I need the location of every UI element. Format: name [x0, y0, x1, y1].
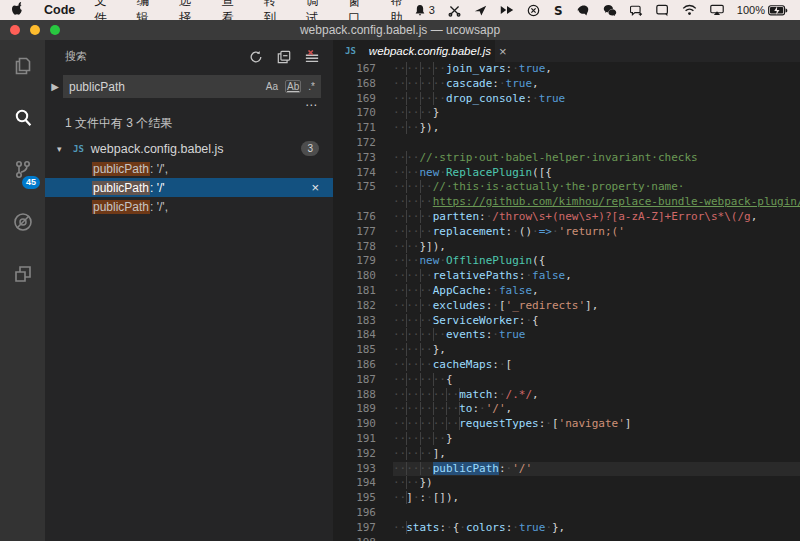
minimize-window-button[interactable] [30, 25, 40, 35]
code-line-179[interactable]: 179····new·OfflinePlugin({ [333, 254, 800, 269]
js-file-icon: JS [345, 46, 356, 56]
search-result-row-selected[interactable]: publicPath: '/' × [45, 178, 333, 197]
code-line-180[interactable]: 180······relativePaths:·false, [333, 269, 800, 284]
code-text: ······partten:·/throw\s+(new\s+)?[a-zA-Z… [393, 210, 800, 225]
search-result-row[interactable]: publicPath: '/', [45, 159, 333, 178]
code-editor[interactable]: 167········join_vars:·true,168········ca… [333, 62, 800, 541]
result-file-row[interactable]: ▾ JS webpack.config.babel.js 3 [45, 138, 333, 159]
code-text: ······}, [393, 343, 800, 358]
editor-group: JS webpack.config.babel.js × 167········… [333, 40, 800, 541]
double-arrow-status-icon[interactable] [500, 4, 514, 16]
line-number: 178 [333, 240, 393, 255]
explorer-icon[interactable] [0, 40, 45, 92]
results-summary: 1 文件中有 3 个结果 [45, 113, 333, 138]
extensions-icon[interactable] [0, 248, 45, 300]
scissors-status-icon[interactable] [448, 4, 461, 17]
code-line-169[interactable]: 169········drop_console:·true [333, 92, 800, 107]
code-line-173[interactable]: 173····//·strip·out·babel-helper·invaria… [333, 151, 800, 166]
close-window-button[interactable] [10, 25, 20, 35]
line-number: 179 [333, 254, 393, 269]
toggle-replace-chevron[interactable]: ▶ [47, 81, 63, 92]
code-line-196[interactable]: 196 [333, 506, 800, 521]
code-text: ······replacement:·()·=>·'return;(' [393, 225, 800, 240]
tab-webpack-config[interactable]: JS webpack.config.babel.js × [333, 40, 495, 62]
line-number: 173 [333, 151, 393, 166]
code-line-191[interactable]: 191········} [333, 432, 800, 447]
letter-s-status-icon[interactable]: S [553, 4, 564, 17]
collapse-twisty-icon[interactable]: ▾ [57, 144, 69, 154]
code-line-181[interactable]: 181······AppCache:·false, [333, 284, 800, 299]
line-number: 171 [333, 121, 393, 136]
wifi-status-icon[interactable] [682, 4, 697, 16]
regex-icon[interactable]: .* [308, 81, 315, 92]
airplay-display-status-icon[interactable] [710, 4, 724, 16]
code-line-192[interactable]: 192······], [333, 447, 800, 462]
code-line-182[interactable]: 182······excludes:·['_redirects'], [333, 299, 800, 314]
wechat-status-icon[interactable] [603, 4, 617, 17]
code-line-175[interactable]: 175······//·this·is·actually·the·propert… [333, 180, 800, 195]
code-line-190[interactable]: 190··········requestTypes:·['navigate'] [333, 417, 800, 432]
search-input[interactable]: publicPath Aa Ab .* [63, 75, 321, 98]
search-result-row[interactable]: publicPath: '/', [45, 197, 333, 216]
debug-icon[interactable] [0, 196, 45, 248]
match-case-icon[interactable]: Aa [266, 81, 278, 92]
line-number: 172 [333, 136, 393, 151]
menu-app-name[interactable]: Code [44, 3, 75, 17]
dismiss-result-icon[interactable]: × [311, 180, 319, 195]
toggle-search-details-icon[interactable]: ⋯ [45, 100, 333, 113]
code-line-170[interactable]: 170······} [333, 106, 800, 121]
code-line-167[interactable]: 167········join_vars:·true, [333, 62, 800, 77]
line-number: 175 [333, 180, 393, 195]
scm-badge: 45 [22, 176, 40, 189]
circle-x-status-icon[interactable] [527, 4, 540, 17]
line-number: 174 [333, 166, 393, 181]
zoom-window-button[interactable] [50, 25, 60, 35]
search-icon[interactable] [0, 92, 45, 144]
chat-plus-status-icon[interactable] [630, 4, 643, 17]
code-line-185[interactable]: 185······}, [333, 343, 800, 358]
whole-word-icon[interactable]: Ab [285, 80, 301, 93]
code-line-171[interactable]: 171····}), [333, 121, 800, 136]
code-line-189[interactable]: 189··········to:·'/', [333, 402, 800, 417]
sidebar-title: 搜索 [65, 49, 87, 64]
code-line-174[interactable]: 174····new·ReplacePlugin([{ [333, 166, 800, 181]
code-line-176[interactable]: 176······partten:·/throw\s+(new\s+)?[a-z… [333, 210, 800, 225]
line-number: 191 [333, 432, 393, 447]
paper-plane-status-icon[interactable] [474, 4, 487, 17]
clear-search-results-icon[interactable] [305, 50, 319, 64]
code-line-193[interactable]: 193······publicPath:·'/' [333, 462, 800, 477]
code-text: ······ServiceWorker:·{ [393, 314, 800, 329]
elephant-status-icon[interactable] [577, 4, 590, 17]
apple-menu-icon[interactable] [12, 1, 25, 19]
svg-text:S: S [554, 4, 563, 17]
code-text: ····new·ReplacePlugin([{ [393, 166, 800, 181]
code-text: ······], [393, 447, 800, 462]
search-sidebar: 搜索 ▶ publicPath Aa Ab .* ⋯ [45, 40, 333, 541]
tab-close-icon[interactable]: × [499, 44, 507, 59]
line-number: 187 [333, 373, 393, 388]
code-line-186[interactable]: 186······cacheMaps:·[ [333, 358, 800, 373]
collapse-all-icon[interactable] [277, 50, 291, 64]
code-line-188[interactable]: 188··········match:·/.*/, [333, 388, 800, 403]
code-line-172[interactable]: 172 [333, 136, 800, 151]
code-text: ····}]), [393, 240, 800, 255]
code-line-194[interactable]: 194····}) [333, 476, 800, 491]
code-line-198[interactable]: 198 [333, 536, 800, 541]
code-line-178[interactable]: 178····}]), [333, 240, 800, 255]
line-number: 170 [333, 106, 393, 121]
tab-bar: JS webpack.config.babel.js × [333, 40, 800, 62]
refresh-icon[interactable] [249, 50, 263, 64]
code-line-184[interactable]: 184········events:·true [333, 328, 800, 343]
line-number: 189 [333, 402, 393, 417]
line-number: 182 [333, 299, 393, 314]
code-line-183[interactable]: 183······ServiceWorker:·{ [333, 314, 800, 329]
input-method-status-icon[interactable] [656, 4, 669, 17]
code-line-195[interactable]: 195··]·:·[]), [333, 491, 800, 506]
code-line-wrap[interactable]: ······https://github.com/kimhou/replace-… [333, 195, 800, 210]
notification-bell-icon[interactable]: 3 [414, 4, 435, 17]
code-line-177[interactable]: 177······replacement:·()·=>·'return;(' [333, 225, 800, 240]
code-line-187[interactable]: 187········{ [333, 373, 800, 388]
code-line-197[interactable]: 197··stats:·{·colors:·true·}, [333, 521, 800, 536]
code-line-168[interactable]: 168········cascade:·true, [333, 77, 800, 92]
source-control-icon[interactable]: 45 [0, 144, 45, 196]
